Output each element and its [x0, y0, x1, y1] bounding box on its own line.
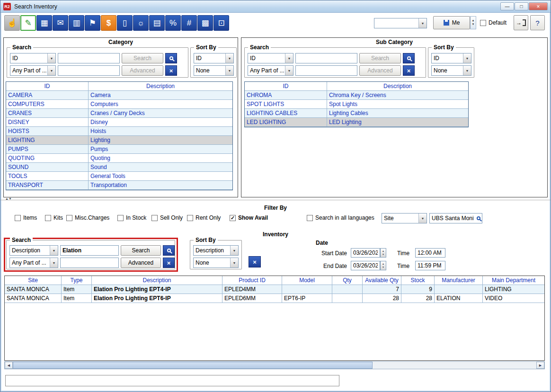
table-row[interactable]: HOISTSHoists	[6, 127, 232, 136]
inventory-reset-button[interactable]: ×	[249, 256, 261, 267]
category-advanced-button[interactable]: Advanced	[122, 65, 163, 76]
filter-kits-checkbox[interactable]: Kits	[45, 214, 63, 221]
category-search-go-button[interactable]	[165, 53, 177, 63]
save-me-button[interactable]: Me	[433, 16, 470, 29]
category-sort-secondary-combo[interactable]: None ▼	[194, 65, 234, 76]
table-row-selected[interactable]: LED LIGHTINGLED Lighting	[245, 118, 468, 127]
inventory-match-combo[interactable]: Any Part of ... ▼	[9, 258, 58, 268]
minimize-button[interactable]: —	[500, 2, 514, 10]
calendar-search-button[interactable]: ▤	[149, 15, 165, 31]
inventory-clear-button[interactable]: ×	[163, 258, 175, 268]
category-search-input[interactable]	[58, 53, 120, 63]
chevron-down-icon[interactable]: ▼	[50, 246, 58, 255]
category-search-field-combo[interactable]: ID ▼	[10, 53, 56, 63]
filter-misc-charges-checkbox[interactable]: Misc.Charges	[66, 214, 109, 221]
chevron-down-icon[interactable]: ▼	[230, 258, 238, 267]
purchase-button[interactable]: $	[101, 15, 116, 31]
inventory-advanced-button[interactable]: Advanced	[121, 258, 161, 268]
checkbox-box[interactable]	[307, 215, 313, 221]
table-row[interactable]: SOUNDSound	[6, 163, 232, 172]
subcategory-search-input[interactable]	[295, 53, 357, 63]
exit-button[interactable]: →	[514, 15, 528, 30]
start-date-spinner[interactable]: ▲ ▼	[380, 248, 386, 258]
sales-tag-button[interactable]: %	[165, 15, 181, 31]
comments-button[interactable]: ✉	[53, 15, 68, 31]
subcategory-clear-button[interactable]: ×	[403, 65, 415, 76]
filter-sell-only-checkbox[interactable]: Sell Only	[151, 214, 183, 221]
calculator-button[interactable]: ▩	[197, 15, 213, 31]
checkbox-box[interactable]	[151, 215, 158, 221]
splitter-arrows-icon[interactable]: ▲▼	[5, 197, 12, 200]
modules-button[interactable]: ▦	[36, 15, 52, 31]
start-time-input[interactable]	[415, 248, 445, 258]
table-row[interactable]: CRANESCranes / Carry Decks	[6, 109, 232, 118]
subcategory-search-go-button[interactable]	[403, 53, 415, 63]
inventory-search-button[interactable]: Search	[121, 245, 161, 256]
profile-combo[interactable]: ▼	[374, 18, 427, 28]
tags-button[interactable]: ⚑	[85, 15, 100, 31]
footer-note-input[interactable]	[5, 375, 339, 386]
subcategory-advanced-button[interactable]: Advanced	[359, 65, 401, 76]
maximize-button[interactable]: □	[515, 2, 528, 10]
chevron-down-icon[interactable]: ▼	[418, 18, 427, 28]
table-row[interactable]: TRANSPORTTransportation	[6, 181, 232, 190]
checkbox-box[interactable]	[187, 215, 193, 221]
scrollbar-thumb[interactable]	[13, 362, 373, 369]
inventory-search-input[interactable]	[60, 245, 119, 256]
subcategory-sort-primary-combo[interactable]: ID ▼	[431, 53, 471, 63]
filter-in-stock-checkbox[interactable]: In Stock	[117, 214, 146, 221]
table-row[interactable]: DISNEYDisney	[6, 118, 232, 127]
barcode-scan-button[interactable]: ▥	[69, 15, 84, 31]
table-row[interactable]: CHROMAChroma Key / Screens	[245, 91, 468, 100]
table-row-selected[interactable]: LIGHTINGLighting	[6, 136, 232, 145]
table-row[interactable]: COMPUTERSComputers	[6, 100, 232, 109]
filter-all-languages-checkbox[interactable]: Search in all languages	[307, 214, 374, 221]
inventory-search-input-2[interactable]	[60, 258, 119, 268]
help-button[interactable]: ?	[530, 15, 545, 30]
tips-button[interactable]: ☼	[133, 15, 149, 31]
table-row[interactable]: TOOLSGeneral Tools	[6, 172, 232, 181]
filter-show-avail-checkbox[interactable]: ✓Show Avail	[230, 214, 268, 221]
checkbox-box[interactable]	[66, 215, 72, 221]
category-match-combo[interactable]: Any Part of ... ▼	[10, 65, 56, 76]
default-checkbox[interactable]: Default	[480, 19, 507, 26]
chevron-down-icon[interactable]: ▼	[47, 53, 55, 63]
scroll-right-button[interactable]: ▶	[536, 362, 544, 369]
subcategory-search-field-combo[interactable]: ID ▼	[248, 53, 293, 63]
site-lookup-field[interactable]: UBS Santa Moni	[429, 213, 482, 223]
category-search-input-2[interactable]	[58, 65, 120, 76]
serial-number-button[interactable]: #	[181, 15, 197, 31]
chevron-down-icon[interactable]: ▼	[285, 53, 293, 63]
chevron-down-icon[interactable]: ▼	[230, 246, 238, 255]
result-row[interactable]: SANTA MONICA Item Elation Pro Lighting E…	[5, 285, 544, 294]
category-search-button[interactable]: Search	[122, 53, 163, 63]
edit-button[interactable]: ✎	[20, 15, 36, 31]
end-date-spinner[interactable]: ▲ ▼	[380, 261, 386, 270]
category-clear-button[interactable]: ×	[165, 65, 177, 76]
monitor-search-button[interactable]: ⊡	[213, 15, 229, 31]
checkbox-box[interactable]	[15, 215, 21, 221]
site-combo[interactable]: Site ▼	[382, 213, 427, 223]
subcategory-match-combo[interactable]: Any Part of ... ▼	[248, 65, 293, 76]
default-checkbox-box[interactable]	[480, 20, 486, 26]
inventory-sort-primary-combo[interactable]: Description ▼	[193, 245, 239, 256]
filter-rent-only-checkbox[interactable]: Rent Only	[187, 214, 221, 221]
scroll-left-button[interactable]: ◀	[5, 362, 13, 369]
splitter[interactable]	[0, 200, 551, 200]
inventory-sort-secondary-combo[interactable]: None ▼	[193, 258, 239, 268]
chevron-down-icon[interactable]: ▼	[50, 258, 58, 267]
search-icon[interactable]	[477, 216, 480, 220]
pan-hand-button[interactable]: ☝	[4, 15, 20, 31]
result-row[interactable]: SANTA MONICA Item Elation Pro Lighting E…	[5, 294, 544, 303]
subcategory-sort-secondary-combo[interactable]: None ▼	[431, 65, 471, 76]
checkbox-box[interactable]	[45, 215, 51, 221]
end-time-input[interactable]	[415, 261, 445, 270]
table-row[interactable]: PUMPSPumps	[6, 145, 232, 154]
table-row[interactable]: SPOT LIGHTSSpot Lights	[245, 100, 468, 109]
chevron-down-icon[interactable]: ▼	[285, 66, 293, 75]
checkbox-box[interactable]	[117, 215, 124, 221]
chevron-down-icon[interactable]: ▼	[225, 53, 233, 63]
catalog-button[interactable]: ▯	[117, 15, 133, 31]
inventory-search-field-combo[interactable]: Description ▼	[9, 245, 58, 256]
end-date-input[interactable]	[351, 261, 380, 270]
